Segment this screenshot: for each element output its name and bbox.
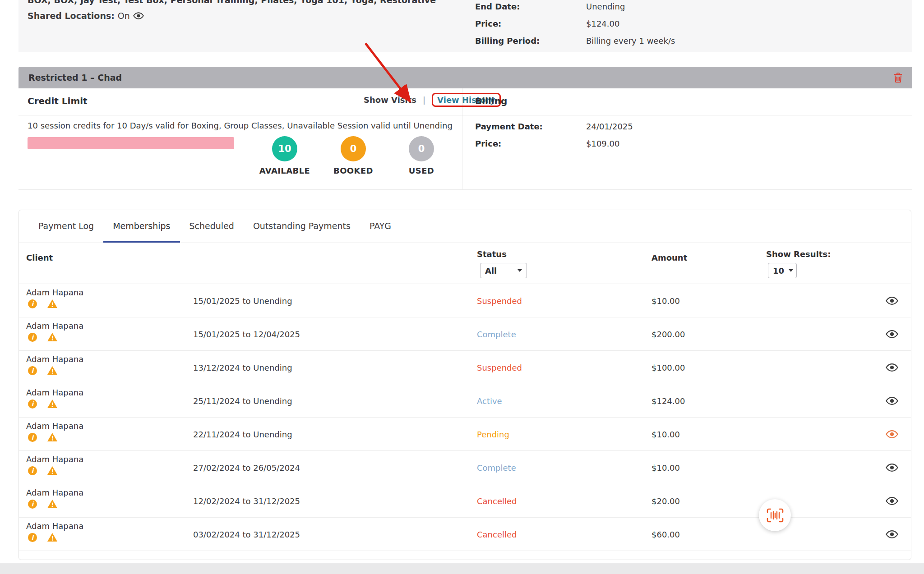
billing-period-label: Billing Period: <box>475 36 540 46</box>
client-name: Adam Hapana <box>26 421 83 431</box>
client-name: Adam Hapana <box>26 321 83 331</box>
price-value: $124.00 <box>586 19 619 28</box>
tab-outstanding-payments[interactable]: Outstanding Payments <box>244 210 360 243</box>
info-icon[interactable] <box>28 433 37 442</box>
shared-locations-label: Shared Locations: <box>28 11 115 21</box>
amount-column-header: Amount <box>651 253 687 262</box>
status-label: Active <box>477 396 502 405</box>
membership-period: 15/01/2025 to 12/04/2025 <box>193 329 300 339</box>
visibility-eye-icon[interactable] <box>133 12 144 20</box>
used-count: 0 <box>409 136 434 161</box>
header-divider <box>18 115 912 115</box>
membership-period: 03/02/2024 to 31/12/2025 <box>193 529 300 539</box>
warning-icon[interactable] <box>47 399 58 409</box>
status-label: Complete <box>477 329 516 339</box>
amount-value: $100.00 <box>651 363 685 372</box>
view-eye-icon[interactable] <box>886 463 898 472</box>
status-label: Complete <box>477 463 516 472</box>
membership-summary-card: BOX, BOX, Jay Test, Test Box, Personal T… <box>18 0 912 52</box>
amount-value: $124.00 <box>651 396 685 405</box>
billing-period-value: Billing every 1 week/s <box>586 36 675 46</box>
available-counter: 10 AVAILABLE <box>258 136 312 175</box>
separator: | <box>423 95 425 105</box>
view-eye-icon[interactable] <box>886 363 898 372</box>
tab-payg[interactable]: PAYG <box>360 210 401 243</box>
status-filter-value: All <box>485 266 497 276</box>
info-icon[interactable] <box>28 366 37 375</box>
info-icon[interactable] <box>28 500 37 509</box>
amount-value: $200.00 <box>651 329 685 339</box>
end-date-field: End Date: Unending <box>475 2 520 11</box>
delete-icon[interactable] <box>894 73 902 83</box>
info-icon[interactable] <box>28 466 37 475</box>
status-label: Cancelled <box>477 529 517 539</box>
show-results-label: Show Results: <box>766 249 831 259</box>
status-label: Cancelled <box>477 496 517 505</box>
view-eye-icon[interactable] <box>886 396 898 405</box>
info-icon[interactable] <box>28 400 37 409</box>
view-eye-icon[interactable] <box>886 329 898 339</box>
table-row: Adam Hapana 15/01/2025 to Unending Suspe… <box>19 284 911 317</box>
amount-value: $10.00 <box>651 296 680 305</box>
info-icon[interactable] <box>28 333 37 342</box>
end-date-label: End Date: <box>475 2 520 11</box>
status-label: Pending <box>477 429 509 439</box>
status-column-header: Status <box>477 249 507 259</box>
scan-barcode-icon <box>767 508 784 523</box>
view-eye-icon[interactable] <box>886 529 898 539</box>
membership-period: 13/12/2024 to Unending <box>193 363 292 372</box>
warning-icon[interactable] <box>47 366 58 375</box>
membership-period: 12/02/2024 to 31/12/2025 <box>193 496 300 505</box>
amount-value: $60.00 <box>651 529 680 539</box>
tab-memberships[interactable]: Memberships <box>103 210 180 243</box>
view-eye-icon[interactable] <box>886 429 898 439</box>
show-visits-link[interactable]: Show Visits <box>364 95 416 105</box>
table-row: Adam Hapana 27/02/2024 to 26/05/2024 Com… <box>19 451 911 484</box>
status-label: Suspended <box>477 296 522 305</box>
billing-price-value: $109.00 <box>586 139 619 148</box>
payment-date-label: Payment Date: <box>475 122 543 131</box>
page-footer-strip <box>0 563 924 574</box>
membership-period: 15/01/2025 to Unending <box>193 296 292 305</box>
client-name: Adam Hapana <box>26 521 83 531</box>
credit-limit-title: Credit Limit <box>28 96 88 106</box>
membership-title: Restricted 1 – Chad <box>28 73 122 83</box>
scan-fab-button[interactable] <box>759 499 791 531</box>
client-name: Adam Hapana <box>26 288 83 297</box>
warning-icon[interactable] <box>47 466 58 475</box>
tab-scheduled[interactable]: Scheduled <box>180 210 244 243</box>
warning-icon[interactable] <box>47 332 58 342</box>
warning-icon[interactable] <box>47 299 58 308</box>
amount-value: $20.00 <box>651 496 680 505</box>
used-label: USED <box>394 166 448 175</box>
billing-price-label: Price: <box>475 139 501 148</box>
payment-date-value: 24/01/2025 <box>586 122 633 131</box>
chevron-down-icon <box>789 269 793 272</box>
table-filter-row: Client Status All Amount Show Results: 1… <box>19 243 911 284</box>
membership-period: 25/11/2024 to Unending <box>193 396 292 405</box>
warning-icon[interactable] <box>47 499 58 509</box>
price-field: Price: $124.00 <box>475 19 501 28</box>
booked-count: 0 <box>341 136 366 161</box>
client-name: Adam Hapana <box>26 455 83 464</box>
warning-icon[interactable] <box>47 432 58 442</box>
table-row: Adam Hapana 22/11/2024 to Unending Pendi… <box>19 418 911 451</box>
status-filter-select[interactable]: All <box>480 263 527 278</box>
show-results-select[interactable]: 10 <box>768 263 797 278</box>
tab-bar: Payment Log Memberships Scheduled Outsta… <box>19 210 911 243</box>
view-eye-icon[interactable] <box>886 296 898 305</box>
used-counter: 0 USED <box>394 136 448 175</box>
tab-payment-log[interactable]: Payment Log <box>29 210 103 243</box>
table-row: Adam Hapana 25/11/2024 to Unending Activ… <box>19 384 911 418</box>
membership-classes-text: BOX, BOX, Jay Test, Test Box, Personal T… <box>28 0 436 5</box>
membership-period: 22/11/2024 to Unending <box>193 429 292 439</box>
client-column-header: Client <box>26 253 53 262</box>
client-name: Adam Hapana <box>26 388 83 397</box>
warning-icon[interactable] <box>47 533 58 542</box>
info-icon[interactable] <box>28 533 37 542</box>
info-icon[interactable] <box>28 299 37 308</box>
client-name: Adam Hapana <box>26 488 83 497</box>
status-label: Suspended <box>477 363 522 372</box>
view-eye-icon[interactable] <box>886 496 898 505</box>
price-label: Price: <box>475 19 501 28</box>
